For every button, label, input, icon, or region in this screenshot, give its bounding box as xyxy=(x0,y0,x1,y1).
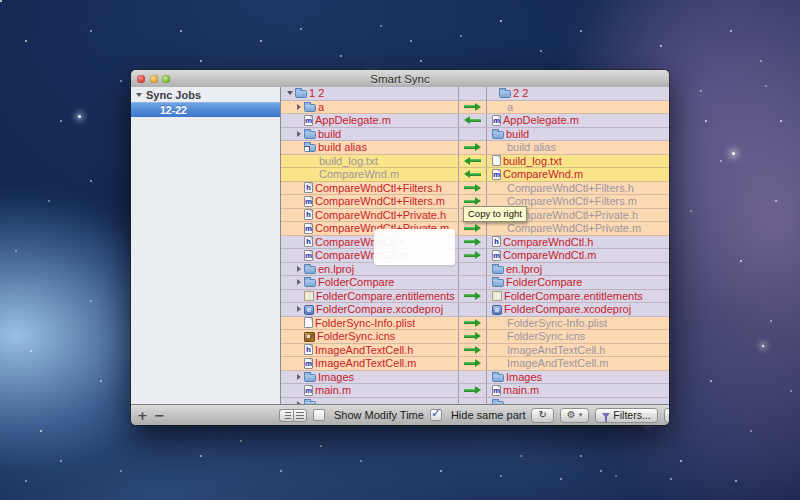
folder-icon xyxy=(492,131,504,139)
close-button[interactable] xyxy=(137,75,145,83)
file-name: FolderSync.icns xyxy=(317,330,395,342)
file-row[interactable]: build aliasbuild alias xyxy=(281,141,669,155)
file-row[interactable]: CompareWndCtl.hCompareWndCtl.h xyxy=(281,236,669,250)
file-row[interactable]: en.lprojen.lproj xyxy=(281,263,669,277)
file-row[interactable]: ImageAndTextCell.mImageAndTextCell.m xyxy=(281,357,669,371)
disclosure-triangle-icon[interactable] xyxy=(294,104,304,110)
file-name: CompareWndCtl.m xyxy=(503,249,597,261)
icns-icon xyxy=(304,332,315,342)
file-cell-right: CompareWndCtl.h xyxy=(487,236,669,249)
refresh-button[interactable]: ↻ xyxy=(531,408,553,423)
file-cell-left: CompareWndCtl+Filters.h xyxy=(281,182,459,195)
file-row[interactable]: ImagesImages xyxy=(281,371,669,385)
copy-left-arrow-icon xyxy=(464,116,481,124)
file-name: FolderSync.icns xyxy=(507,330,585,342)
file-cell-left: ImageAndTextCell.h xyxy=(281,344,459,357)
remove-job-button[interactable]: − xyxy=(154,409,165,422)
file-cell-right: FolderSync.icns xyxy=(487,330,669,343)
hide-same-part-label[interactable]: Hide same part xyxy=(451,409,526,421)
toolbar-controls: Show Modify Time ✓ Hide same part ↻ ⚙ ▾ … xyxy=(279,408,669,423)
arrow-cell xyxy=(459,249,487,262)
file-name: ImageAndTextCell.h xyxy=(315,344,413,356)
disclosure-triangle-icon[interactable] xyxy=(294,374,304,380)
action-menu-button[interactable]: ⚙ ▾ xyxy=(560,408,589,423)
file-compare-table: 1 22 2aaAppDelegate.mAppDelegate.mbuildb… xyxy=(281,87,669,405)
file-name: 2 2 xyxy=(513,87,528,99)
arrow-cell xyxy=(459,303,487,316)
sidebar-group-sync-jobs[interactable]: Sync Jobs xyxy=(131,87,280,102)
sidebar-item-12-22[interactable]: 12-22 xyxy=(131,102,280,117)
copy-right-arrow-icon xyxy=(464,292,481,300)
h-icon xyxy=(304,344,313,355)
file-row[interactable]: FolderCompare.xcodeprojFolderCompare.xco… xyxy=(281,303,669,317)
file-row[interactable]: build_log.txtbuild_log.txt xyxy=(281,155,669,169)
flat-list-icon xyxy=(296,412,304,419)
file-name: a xyxy=(318,101,324,113)
arrow-cell xyxy=(459,317,487,330)
outline-view-button[interactable] xyxy=(279,409,293,422)
file-cell-right: build_log.txt xyxy=(487,155,669,168)
disclosure-triangle-icon[interactable] xyxy=(294,266,304,272)
zoom-button[interactable] xyxy=(162,75,170,83)
arrow-cell xyxy=(459,168,487,181)
settings-button[interactable]: ⚙ Settings... xyxy=(664,408,669,423)
file-cell-right: AppDelegate.m xyxy=(487,114,669,127)
file-name: FolderSync-Info.plist xyxy=(315,317,415,329)
file-row[interactable]: CompareWndCtl+Private.mCompareWndCtl+Pri… xyxy=(281,222,669,236)
m-icon xyxy=(492,250,501,261)
file-cell-left: build_log.txt xyxy=(281,155,459,168)
file-row[interactable]: FolderCompareFolderCompare xyxy=(281,276,669,290)
file-name: FolderSync-Info.plist xyxy=(507,317,607,329)
file-cell-right: CompareWndCtl.m xyxy=(487,249,669,262)
hide-same-part-checkbox[interactable]: ✓ xyxy=(430,409,442,421)
m-icon xyxy=(304,115,313,126)
file-cell-left: CompareWnd.m xyxy=(281,168,459,181)
entitlements-icon xyxy=(304,291,314,301)
copy-right-arrow-icon xyxy=(464,319,481,327)
arrow-cell xyxy=(459,344,487,357)
flat-view-button[interactable] xyxy=(293,409,307,422)
file-row[interactable]: AppDelegate.mAppDelegate.m xyxy=(281,114,669,128)
file-row[interactable]: FolderCompare.entitlementsFolderCompare.… xyxy=(281,290,669,304)
file-row[interactable]: buildbuild xyxy=(281,128,669,142)
folder-icon xyxy=(492,279,504,287)
show-modify-time-checkbox[interactable] xyxy=(313,409,325,421)
disclosure-triangle-icon[interactable] xyxy=(136,93,142,97)
file-row[interactable]: FolderSync-Info.plistFolderSync-Info.pli… xyxy=(281,317,669,331)
file-row[interactable]: FolderSync.icnsFolderSync.icns xyxy=(281,330,669,344)
copy-right-arrow-icon xyxy=(464,224,481,232)
m-icon xyxy=(492,115,501,126)
minimize-button[interactable] xyxy=(150,75,158,83)
file-cell-left: build xyxy=(281,128,459,141)
file-row[interactable]: aa xyxy=(281,101,669,115)
file-cell-right: FolderCompare xyxy=(487,276,669,289)
arrow-cell xyxy=(459,263,487,276)
sidebar-item-label: 12-22 xyxy=(160,104,187,116)
title-bar[interactable]: Smart Sync xyxy=(131,70,669,88)
filters-button[interactable]: Filters... xyxy=(595,408,657,423)
add-job-button[interactable]: + xyxy=(137,409,148,422)
disclosure-triangle-icon[interactable] xyxy=(294,306,304,312)
file-row[interactable]: CompareWndCtl.mCompareWndCtl.m xyxy=(281,249,669,263)
bright-star xyxy=(732,152,735,155)
file-cell-left: 1 2 xyxy=(281,87,459,100)
disclosure-triangle-icon[interactable] xyxy=(294,131,304,137)
m-icon xyxy=(304,358,313,369)
sync-jobs-sidebar: Sync Jobs 12-22 xyxy=(131,87,281,405)
file-row[interactable]: ImageAndTextCell.hImageAndTextCell.h xyxy=(281,344,669,358)
copy-right-arrow-icon xyxy=(464,238,481,246)
file-name: Images xyxy=(506,371,542,383)
file-row[interactable]: main.mmain.m xyxy=(281,384,669,398)
arrow-cell xyxy=(459,182,487,195)
file-name: build alias xyxy=(318,141,367,153)
file-row[interactable]: CompareWnd.mCompareWnd.m xyxy=(281,168,669,182)
file-cell-left: main.m xyxy=(281,384,459,397)
file-name: CompareWnd.m xyxy=(503,168,583,180)
show-modify-time-label[interactable]: Show Modify Time xyxy=(334,409,424,421)
file-row[interactable]: CompareWndCtl+Filters.hCompareWndCtl+Fil… xyxy=(281,182,669,196)
disclosure-triangle-icon[interactable] xyxy=(285,91,295,95)
disclosure-triangle-icon[interactable] xyxy=(294,279,304,285)
folder-icon xyxy=(304,374,316,382)
h-icon xyxy=(304,209,313,220)
file-row[interactable]: 1 22 2 xyxy=(281,87,669,101)
